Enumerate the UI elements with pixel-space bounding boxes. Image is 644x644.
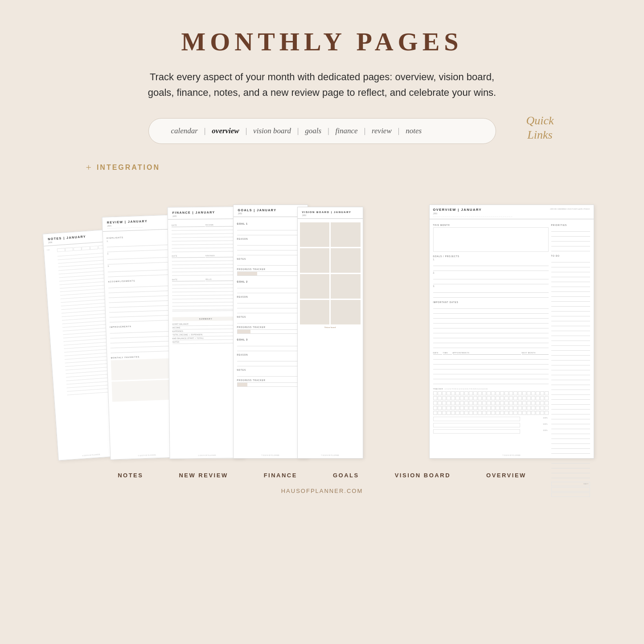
footer-url: HAUSOFPLANNER.COM <box>281 488 363 494</box>
pages-preview: NOTES | January JAN JAN <box>37 182 607 459</box>
label-review: NEW REVIEW <box>179 472 228 479</box>
navigation-bar: calendar | overview | vision board | goa… <box>148 118 496 144</box>
page-title: MONTHLY PAGES <box>181 27 463 57</box>
label-finance: FINANCE <box>264 472 297 479</box>
integration-label: INTEGRATION <box>97 164 160 172</box>
quick-links-label: QuickLinks <box>526 114 554 141</box>
nav-overview[interactable]: overview <box>212 127 239 135</box>
vision-board-page: VISION BOARD | January JAN Vision hoard … <box>297 207 363 459</box>
nav-vision-board[interactable]: vision board <box>253 127 291 135</box>
integration-bar: + INTEGRATION <box>77 162 567 173</box>
page-subtitle: Track every aspect of your month with de… <box>139 69 505 100</box>
nav-notes[interactable]: notes <box>406 127 422 135</box>
nav-sep-4: | <box>328 127 329 135</box>
nav-sep-6: | <box>398 127 399 135</box>
overview-page: OVERVIEW | January JAN — — — — — — — — —… <box>429 205 594 459</box>
nav-sep-5: | <box>364 127 365 135</box>
nav-calendar[interactable]: calendar <box>171 127 198 135</box>
nav-sep-1: | <box>204 127 205 135</box>
goals-page: GOALS | January JAN GOAL 1 REASON NOTES … <box>233 205 308 459</box>
label-goals: GOALS <box>333 472 359 479</box>
nav-wrapper: calendar | overview | vision board | goa… <box>77 118 567 144</box>
nav-sep-2: | <box>246 127 247 135</box>
label-notes: NOTES <box>118 472 143 479</box>
nav-review[interactable]: review <box>372 127 392 135</box>
nav-sep-3: | <box>297 127 299 135</box>
nav-goals[interactable]: goals <box>305 127 321 135</box>
integration-plus-icon: + <box>86 162 91 173</box>
nav-finance[interactable]: finance <box>336 127 358 135</box>
